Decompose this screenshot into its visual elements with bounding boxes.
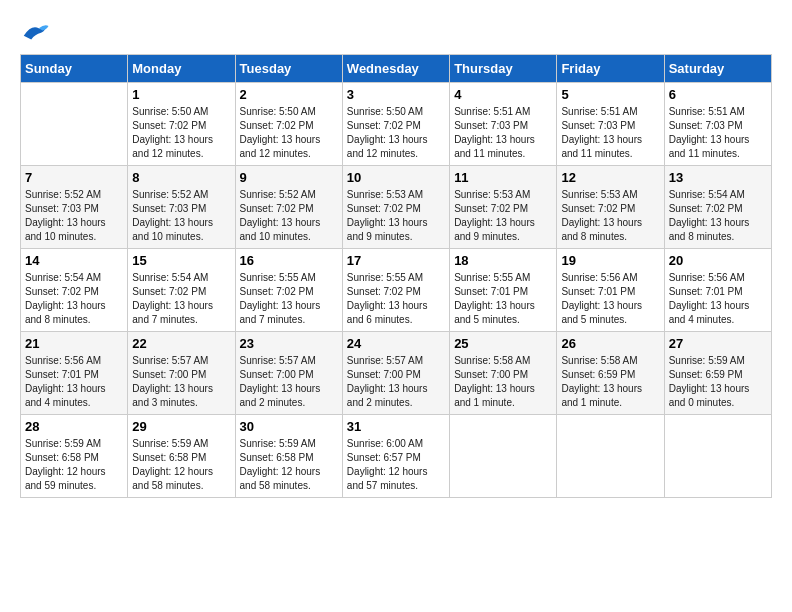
calendar-cell: 23Sunrise: 5:57 AM Sunset: 7:00 PM Dayli… — [235, 332, 342, 415]
calendar-week-row: 28Sunrise: 5:59 AM Sunset: 6:58 PM Dayli… — [21, 415, 772, 498]
calendar-cell — [21, 83, 128, 166]
calendar-header-thursday: Thursday — [450, 55, 557, 83]
calendar-cell: 9Sunrise: 5:52 AM Sunset: 7:02 PM Daylig… — [235, 166, 342, 249]
day-info: Sunrise: 5:56 AM Sunset: 7:01 PM Dayligh… — [561, 271, 659, 327]
calendar-cell: 28Sunrise: 5:59 AM Sunset: 6:58 PM Dayli… — [21, 415, 128, 498]
calendar-cell: 19Sunrise: 5:56 AM Sunset: 7:01 PM Dayli… — [557, 249, 664, 332]
calendar-cell: 25Sunrise: 5:58 AM Sunset: 7:00 PM Dayli… — [450, 332, 557, 415]
day-number: 18 — [454, 253, 552, 268]
day-info: Sunrise: 5:51 AM Sunset: 7:03 PM Dayligh… — [454, 105, 552, 161]
day-info: Sunrise: 5:52 AM Sunset: 7:03 PM Dayligh… — [132, 188, 230, 244]
day-info: Sunrise: 5:52 AM Sunset: 7:02 PM Dayligh… — [240, 188, 338, 244]
day-number: 11 — [454, 170, 552, 185]
day-info: Sunrise: 5:54 AM Sunset: 7:02 PM Dayligh… — [132, 271, 230, 327]
day-info: Sunrise: 5:54 AM Sunset: 7:02 PM Dayligh… — [669, 188, 767, 244]
calendar-cell — [450, 415, 557, 498]
calendar-cell: 29Sunrise: 5:59 AM Sunset: 6:58 PM Dayli… — [128, 415, 235, 498]
calendar-cell: 31Sunrise: 6:00 AM Sunset: 6:57 PM Dayli… — [342, 415, 449, 498]
day-info: Sunrise: 5:56 AM Sunset: 7:01 PM Dayligh… — [669, 271, 767, 327]
day-number: 19 — [561, 253, 659, 268]
day-info: Sunrise: 5:53 AM Sunset: 7:02 PM Dayligh… — [454, 188, 552, 244]
calendar-header-sunday: Sunday — [21, 55, 128, 83]
calendar-cell: 10Sunrise: 5:53 AM Sunset: 7:02 PM Dayli… — [342, 166, 449, 249]
calendar-header-friday: Friday — [557, 55, 664, 83]
calendar-week-row: 7Sunrise: 5:52 AM Sunset: 7:03 PM Daylig… — [21, 166, 772, 249]
logo-bird-icon — [20, 20, 50, 44]
calendar-cell: 30Sunrise: 5:59 AM Sunset: 6:58 PM Dayli… — [235, 415, 342, 498]
day-number: 24 — [347, 336, 445, 351]
calendar-table: SundayMondayTuesdayWednesdayThursdayFrid… — [20, 54, 772, 498]
day-number: 31 — [347, 419, 445, 434]
day-number: 8 — [132, 170, 230, 185]
day-info: Sunrise: 5:55 AM Sunset: 7:01 PM Dayligh… — [454, 271, 552, 327]
day-number: 28 — [25, 419, 123, 434]
day-number: 4 — [454, 87, 552, 102]
calendar-cell: 24Sunrise: 5:57 AM Sunset: 7:00 PM Dayli… — [342, 332, 449, 415]
day-info: Sunrise: 5:58 AM Sunset: 7:00 PM Dayligh… — [454, 354, 552, 410]
day-number: 13 — [669, 170, 767, 185]
calendar-week-row: 21Sunrise: 5:56 AM Sunset: 7:01 PM Dayli… — [21, 332, 772, 415]
day-info: Sunrise: 5:57 AM Sunset: 7:00 PM Dayligh… — [132, 354, 230, 410]
day-number: 21 — [25, 336, 123, 351]
calendar-cell: 21Sunrise: 5:56 AM Sunset: 7:01 PM Dayli… — [21, 332, 128, 415]
day-info: Sunrise: 5:59 AM Sunset: 6:58 PM Dayligh… — [25, 437, 123, 493]
calendar-header-monday: Monday — [128, 55, 235, 83]
day-number: 27 — [669, 336, 767, 351]
day-number: 2 — [240, 87, 338, 102]
day-number: 12 — [561, 170, 659, 185]
calendar-cell: 17Sunrise: 5:55 AM Sunset: 7:02 PM Dayli… — [342, 249, 449, 332]
calendar-cell: 18Sunrise: 5:55 AM Sunset: 7:01 PM Dayli… — [450, 249, 557, 332]
day-number: 23 — [240, 336, 338, 351]
calendar-cell: 13Sunrise: 5:54 AM Sunset: 7:02 PM Dayli… — [664, 166, 771, 249]
day-info: Sunrise: 5:57 AM Sunset: 7:00 PM Dayligh… — [347, 354, 445, 410]
day-number: 15 — [132, 253, 230, 268]
day-info: Sunrise: 5:55 AM Sunset: 7:02 PM Dayligh… — [347, 271, 445, 327]
calendar-cell: 14Sunrise: 5:54 AM Sunset: 7:02 PM Dayli… — [21, 249, 128, 332]
calendar-cell: 11Sunrise: 5:53 AM Sunset: 7:02 PM Dayli… — [450, 166, 557, 249]
day-info: Sunrise: 5:59 AM Sunset: 6:58 PM Dayligh… — [240, 437, 338, 493]
day-number: 1 — [132, 87, 230, 102]
logo — [20, 20, 54, 44]
day-info: Sunrise: 5:59 AM Sunset: 6:58 PM Dayligh… — [132, 437, 230, 493]
calendar-week-row: 1Sunrise: 5:50 AM Sunset: 7:02 PM Daylig… — [21, 83, 772, 166]
day-info: Sunrise: 5:51 AM Sunset: 7:03 PM Dayligh… — [669, 105, 767, 161]
calendar-cell: 7Sunrise: 5:52 AM Sunset: 7:03 PM Daylig… — [21, 166, 128, 249]
calendar-cell: 12Sunrise: 5:53 AM Sunset: 7:02 PM Dayli… — [557, 166, 664, 249]
day-number: 29 — [132, 419, 230, 434]
day-number: 22 — [132, 336, 230, 351]
day-info: Sunrise: 5:51 AM Sunset: 7:03 PM Dayligh… — [561, 105, 659, 161]
calendar-cell: 15Sunrise: 5:54 AM Sunset: 7:02 PM Dayli… — [128, 249, 235, 332]
page-header — [20, 20, 772, 44]
day-number: 17 — [347, 253, 445, 268]
calendar-header-saturday: Saturday — [664, 55, 771, 83]
day-number: 16 — [240, 253, 338, 268]
day-number: 30 — [240, 419, 338, 434]
calendar-cell: 8Sunrise: 5:52 AM Sunset: 7:03 PM Daylig… — [128, 166, 235, 249]
calendar-cell — [664, 415, 771, 498]
day-number: 7 — [25, 170, 123, 185]
day-number: 3 — [347, 87, 445, 102]
day-number: 10 — [347, 170, 445, 185]
day-info: Sunrise: 5:53 AM Sunset: 7:02 PM Dayligh… — [347, 188, 445, 244]
calendar-cell: 1Sunrise: 5:50 AM Sunset: 7:02 PM Daylig… — [128, 83, 235, 166]
day-info: Sunrise: 5:56 AM Sunset: 7:01 PM Dayligh… — [25, 354, 123, 410]
calendar-cell: 2Sunrise: 5:50 AM Sunset: 7:02 PM Daylig… — [235, 83, 342, 166]
day-number: 25 — [454, 336, 552, 351]
calendar-cell: 6Sunrise: 5:51 AM Sunset: 7:03 PM Daylig… — [664, 83, 771, 166]
day-info: Sunrise: 5:54 AM Sunset: 7:02 PM Dayligh… — [25, 271, 123, 327]
day-info: Sunrise: 5:59 AM Sunset: 6:59 PM Dayligh… — [669, 354, 767, 410]
calendar-cell: 5Sunrise: 5:51 AM Sunset: 7:03 PM Daylig… — [557, 83, 664, 166]
day-number: 6 — [669, 87, 767, 102]
day-info: Sunrise: 5:53 AM Sunset: 7:02 PM Dayligh… — [561, 188, 659, 244]
day-number: 14 — [25, 253, 123, 268]
day-info: Sunrise: 5:57 AM Sunset: 7:00 PM Dayligh… — [240, 354, 338, 410]
calendar-header-row: SundayMondayTuesdayWednesdayThursdayFrid… — [21, 55, 772, 83]
calendar-week-row: 14Sunrise: 5:54 AM Sunset: 7:02 PM Dayli… — [21, 249, 772, 332]
day-number: 20 — [669, 253, 767, 268]
calendar-cell: 16Sunrise: 5:55 AM Sunset: 7:02 PM Dayli… — [235, 249, 342, 332]
calendar-header-wednesday: Wednesday — [342, 55, 449, 83]
day-info: Sunrise: 5:55 AM Sunset: 7:02 PM Dayligh… — [240, 271, 338, 327]
day-info: Sunrise: 5:58 AM Sunset: 6:59 PM Dayligh… — [561, 354, 659, 410]
day-number: 5 — [561, 87, 659, 102]
day-info: Sunrise: 5:50 AM Sunset: 7:02 PM Dayligh… — [240, 105, 338, 161]
